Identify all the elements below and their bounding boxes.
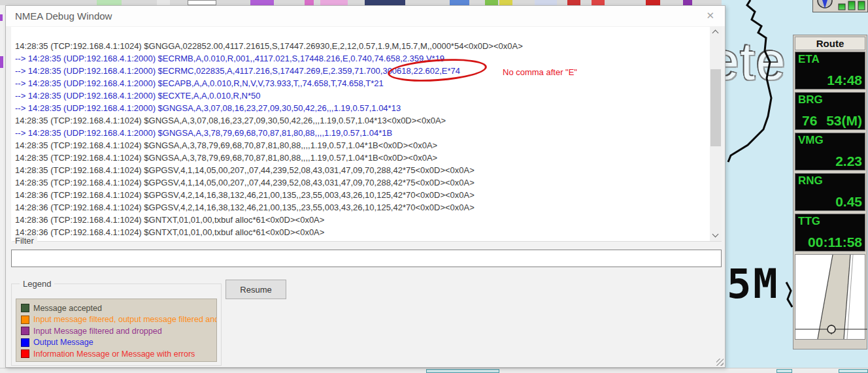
route-cell-label: BRG <box>798 93 823 106</box>
legend-item: Input Message filtered and dropped <box>21 325 212 337</box>
vertical-scrollbar[interactable] <box>710 27 722 241</box>
resize-grip[interactable] <box>716 359 724 366</box>
toolbar-fragment <box>157 0 170 5</box>
toolbar-fragment <box>499 0 512 5</box>
error-annotation: No comma after "E" <box>503 67 577 77</box>
route-cell-label: VMG <box>798 134 824 147</box>
log-line: 14:28:35 (TCP:192.168.4.1:1024) $GPGSV,4… <box>15 164 707 176</box>
nmea-log-area[interactable]: 14:28:35 (TCP:192.168.4.1:1024) $GNGGA,0… <box>11 27 722 241</box>
dialog-title: NMEA Debug Window <box>15 10 112 22</box>
legend-label: Message accepted <box>33 304 102 313</box>
route-cell-value: 0.45 <box>795 194 865 210</box>
route-cell-eta: ETA14:48 <box>795 52 865 89</box>
route-cell-vmg: VMG2.23 <box>795 133 865 170</box>
chart-scribble <box>0 56 3 68</box>
instrument-panel <box>812 0 868 12</box>
toolbar-fragment <box>450 0 469 5</box>
toolbar-fragment <box>535 0 557 5</box>
toolbar-fragment <box>97 0 122 5</box>
filter-label: Filter <box>15 236 37 246</box>
toolbar-fragment <box>305 0 314 5</box>
status-fragment <box>426 369 499 373</box>
route-cells: ETA14:48BRG7653(M)VMG2.23RNG0.45TTG00:11… <box>795 52 865 251</box>
filter-input[interactable] <box>11 250 722 267</box>
route-panel-title: Route <box>795 37 865 50</box>
route-cell-value: 14:48 <box>795 73 865 88</box>
dialog-titlebar[interactable]: NMEA Debug Window ✕ <box>6 6 725 26</box>
route-cell-value: 7653(M) <box>795 113 865 129</box>
log-line: 14:28:36 (TCP:192.168.4.1:1024) $GNTXT,0… <box>15 226 707 238</box>
scrollbar-thumb[interactable] <box>710 69 721 146</box>
legend-item: Output Message <box>21 337 212 349</box>
log-line: --> 14:28:35 (UDP:192.168.4.1:2000) $GNG… <box>15 102 707 114</box>
log-line: 14:28:35 (TCP:192.168.4.1:1024) $GPGSV,4… <box>15 176 707 189</box>
resume-button[interactable]: Resume <box>225 280 286 299</box>
toolbar-fragment <box>646 0 660 5</box>
legend-item: Information Message or Message with erro… <box>21 348 212 360</box>
route-cell-ttg: TTG00:11:58 <box>795 214 865 251</box>
toolbar-fragment <box>485 0 498 5</box>
log-lines: 14:28:35 (TCP:192.168.4.1:1024) $GNGGA,0… <box>15 40 707 238</box>
filter-groupbox-rule <box>12 241 722 242</box>
legend-item: Input message filtered, output message f… <box>21 314 212 326</box>
legend-label: Input message filtered, output message f… <box>33 315 217 324</box>
toolbar-fragment <box>592 0 605 5</box>
legend-title: Legend <box>20 279 54 289</box>
nmea-debug-window: NMEA Debug Window ✕ 14:28:35 (TCP:192.16… <box>5 5 726 368</box>
legend-swatch <box>21 349 29 358</box>
log-line: --> 14:28:35 (UDP:192.168.4.1:2000) $ECR… <box>15 65 707 77</box>
chart-scribble <box>0 14 3 21</box>
route-cell-label: TTG <box>798 215 820 228</box>
toolbar-fragment <box>683 0 692 5</box>
route-cell-label: ETA <box>798 53 820 66</box>
route-cell-label: RNG <box>798 174 823 187</box>
status-fragment <box>839 369 868 373</box>
legend-swatch <box>21 338 29 347</box>
log-line: 14:28:35 (TCP:192.168.4.1:1024) $GNGSA,A… <box>15 114 707 127</box>
log-line: --> 14:28:35 (UDP:192.168.4.1:2000) $ECA… <box>15 77 707 89</box>
log-line: 14:28:36 (TCP:192.168.4.1:1024) $GPGSV,4… <box>15 201 707 214</box>
route-panel: Route ETA14:48BRG7653(M)VMG2.23RNG0.45TT… <box>793 35 867 349</box>
legend-item: Message accepted <box>21 302 212 314</box>
status-strip <box>0 368 868 373</box>
legend-swatch <box>21 327 29 335</box>
legend-groupbox: Legend Message acceptedInput message fil… <box>11 284 222 366</box>
legend-swatch <box>21 304 29 312</box>
legend-swatch <box>21 316 29 324</box>
scrollbar-up-icon[interactable] <box>710 27 722 38</box>
log-line: 14:28:35 (TCP:192.168.4.1:1024) $GNGSA,A… <box>15 139 707 152</box>
legend-items: Message acceptedInput message filtered, … <box>16 299 217 362</box>
route-cell-brg: BRG7653(M) <box>795 92 865 130</box>
scrollbar-down-icon[interactable] <box>710 230 722 241</box>
toolbar-fragment <box>365 0 405 5</box>
toolbar-fragment <box>320 0 348 5</box>
log-line: 14:28:36 (TCP:192.168.4.1:1024) $GPGSV,4… <box>15 189 707 201</box>
close-icon[interactable]: ✕ <box>706 10 714 22</box>
status-fragment <box>776 369 792 373</box>
log-line: --> 14:28:35 (UDP:192.168.4.1:2000) $GNG… <box>15 127 707 139</box>
compass-and-signal-icon <box>813 0 867 11</box>
route-cell-value: 00:11:58 <box>795 235 865 250</box>
log-line: 14:28:35 (TCP:192.168.4.1:1024) $GNGGA,0… <box>15 40 707 52</box>
toolbar-strip <box>0 0 722 5</box>
legend-label: Output Message <box>33 338 93 347</box>
route-highway-display <box>795 254 865 340</box>
toolbar-fragment <box>250 0 274 5</box>
log-line: 14:28:36 (TCP:192.168.4.1:1024) $GNTXT,0… <box>15 214 707 226</box>
legend-label: Input Message filtered and dropped <box>33 327 162 336</box>
log-line: --> 14:28:35 (UDP:192.168.4.1:2000) $ECX… <box>15 89 707 102</box>
toolbar-fragment <box>188 0 216 5</box>
log-line: --> 14:28:35 (UDP:192.168.4.1:2000) $ECR… <box>15 52 707 65</box>
log-line: 14:28:35 (TCP:192.168.4.1:1024) $GNGSA,A… <box>15 152 707 164</box>
route-cell-rng: RNG0.45 <box>795 173 865 211</box>
route-cell-value: 2.23 <box>795 154 865 169</box>
toolbar-fragment <box>567 0 580 5</box>
legend-label: Information Message or Message with erro… <box>33 349 195 359</box>
